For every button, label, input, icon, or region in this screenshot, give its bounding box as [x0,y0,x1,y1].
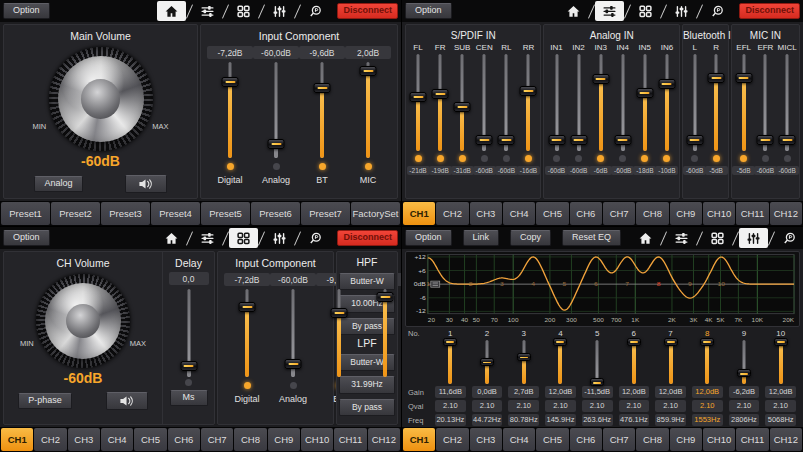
tab-home[interactable] [631,228,660,248]
vertical-slider[interactable] [180,289,197,377]
vertical-slider[interactable] [479,340,496,384]
ch-tab-ch1[interactable]: CH1 [403,202,435,225]
band-qval-value[interactable]: 2.10 [619,400,650,412]
ch-tab-ch12[interactable]: CH12 [368,428,400,451]
eq-curve-graph[interactable]: 20304050701002003005007001K2K3K4K5K7K10K… [405,251,800,327]
vertical-slider[interactable] [222,62,239,158]
ch-tab-ch11[interactable]: CH11 [736,428,768,451]
band-marker[interactable]: 5 [563,281,567,288]
tab-search[interactable] [301,1,330,21]
ch-tab-ch6[interactable]: CH6 [168,428,200,451]
ch-volume-knob[interactable] [36,274,130,368]
band-qval-value[interactable]: 2.10 [508,400,539,412]
slider-thumb[interactable] [774,338,788,346]
band-qval-value[interactable]: 2.10 [435,400,466,412]
link-button[interactable]: Link [463,230,500,247]
band-qval-value[interactable]: 2.10 [729,400,760,412]
tab-home[interactable] [157,1,186,21]
mute-button[interactable] [106,392,148,410]
ch-tab-ch4[interactable]: CH4 [503,428,535,451]
band-gain-value[interactable]: 12,0dB [619,386,650,398]
preset-preset3[interactable]: Preset3 [101,202,150,225]
vertical-slider[interactable] [757,54,774,151]
ch-tab-ch1[interactable]: CH1 [403,428,435,451]
slider-thumb[interactable] [520,86,537,96]
band-gain-value[interactable]: 0,0dB [472,386,503,398]
tab-home[interactable] [559,1,588,21]
tab-eq[interactable] [265,1,294,21]
slider-thumb[interactable] [314,83,331,93]
ch-tab-ch12[interactable]: CH12 [770,202,802,225]
vertical-slider[interactable] [498,54,515,151]
slider-thumb[interactable] [268,139,285,149]
vertical-slider[interactable] [476,54,493,151]
ch-tab-ch2[interactable]: CH2 [436,202,468,225]
slider-thumb[interactable] [180,361,197,371]
slider-thumb[interactable] [432,89,449,99]
preset-preset6[interactable]: Preset6 [251,202,300,225]
vertical-slider[interactable] [314,62,331,158]
vertical-slider[interactable] [772,340,789,384]
tab-mixer[interactable] [193,228,222,248]
slider-thumb[interactable] [737,369,751,377]
slider-thumb[interactable] [480,358,494,366]
slider-thumb[interactable] [239,302,256,312]
vertical-slider[interactable] [432,54,449,151]
band-qval-value[interactable]: 2.10 [692,400,723,412]
ch-tab-ch9[interactable]: CH9 [670,202,702,225]
band-freq-value[interactable]: 476.1Hz [619,414,650,426]
ch-tab-ch8[interactable]: CH8 [234,428,266,451]
vertical-slider[interactable] [548,54,565,151]
band-marker[interactable]: 2 [469,281,473,288]
slider-thumb[interactable] [636,88,653,98]
ch-tab-ch9[interactable]: CH9 [670,428,702,451]
band-gain-value[interactable]: 12,0dB [692,386,723,398]
ch-tab-ch2[interactable]: CH2 [436,428,468,451]
band-marker[interactable]: 7 [625,281,629,288]
slider-thumb[interactable] [708,73,725,83]
vertical-slider[interactable] [658,54,675,151]
vertical-slider[interactable] [589,340,606,384]
reset-eq-button[interactable]: Reset EQ [562,230,621,247]
slider-thumb[interactable] [590,378,604,386]
vertical-slider[interactable] [360,62,377,158]
ch-tab-ch12[interactable]: CH12 [770,428,802,451]
band-freq-value[interactable]: 145.9Hz [545,414,576,426]
vertical-slider[interactable] [614,54,631,151]
band-marker[interactable]: 9 [688,281,692,288]
slider-thumb[interactable] [443,338,457,346]
vertical-slider[interactable] [410,54,427,151]
slider-thumb[interactable] [570,135,587,145]
band-gain-value[interactable]: -11,5dB [582,386,613,398]
option-button[interactable]: Option [3,230,50,247]
band-qval-value[interactable]: 2.10 [582,400,613,412]
ch-tab-ch11[interactable]: CH11 [736,202,768,225]
ch-tab-ch7[interactable]: CH7 [201,428,233,451]
tab-grid[interactable] [229,228,258,248]
tab-home[interactable] [157,228,186,248]
eq-curve-chart[interactable]: 20304050701002003005007001K2K3K4K5K7K10K… [406,252,799,326]
vertical-slider[interactable] [592,54,609,151]
vertical-slider[interactable] [662,340,679,384]
tab-mixer[interactable] [193,1,222,21]
vertical-slider[interactable] [625,340,642,384]
band-freq-value[interactable]: 44.72Hz [472,414,503,426]
vertical-slider[interactable] [708,54,725,151]
tab-eq[interactable] [265,228,294,248]
copy-button[interactable]: Copy [510,230,551,247]
ch-tab-ch4[interactable]: CH4 [503,202,535,225]
ch-tab-ch9[interactable]: CH9 [268,428,300,451]
ch-tab-ch4[interactable]: CH4 [101,428,133,451]
preset-factoryset[interactable]: FactorySet [351,202,400,225]
band-marker[interactable]: 1 [426,281,430,288]
slider-thumb[interactable] [700,338,714,346]
slider-thumb[interactable] [285,359,302,369]
disconnect-button[interactable]: Disconnect [337,230,398,247]
source-select-button[interactable]: Analog [34,176,82,193]
slider-thumb[interactable] [686,135,703,145]
slider-thumb[interactable] [498,135,515,145]
slider-thumb[interactable] [779,135,796,145]
ch-tab-ch3[interactable]: CH3 [470,202,502,225]
ch-tab-ch1[interactable]: CH1 [1,428,33,451]
band-number[interactable]: 2 [469,328,506,339]
